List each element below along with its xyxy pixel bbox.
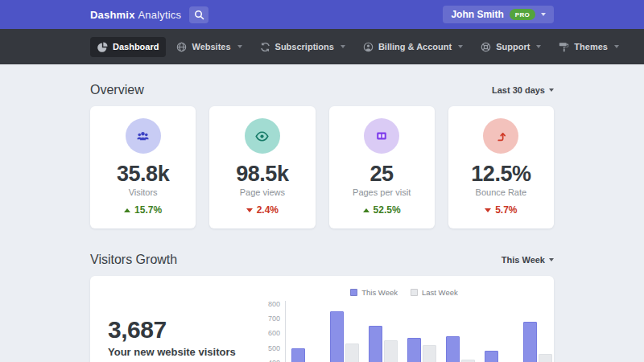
user-menu-button[interactable]: John Smith PRO: [443, 6, 554, 23]
stat-icon-circle: [245, 118, 280, 154]
nav-item-themes[interactable]: Themes: [551, 37, 626, 57]
eye-icon: [255, 130, 269, 143]
nav-item-support[interactable]: Support: [473, 37, 548, 57]
stat-delta-value: 5.7%: [495, 204, 517, 216]
book-open-icon: [375, 130, 388, 142]
stat-delta-value: 2.4%: [257, 204, 279, 216]
stat-icon-circle: [483, 118, 518, 154]
y-tick-label: 400: [268, 359, 280, 362]
stat-card-visitors: 35.8kVisitors15.7%: [90, 106, 196, 228]
stat-delta: 15.7%: [97, 204, 189, 216]
search-icon: [194, 10, 204, 20]
legend-swatch: [411, 289, 418, 296]
stat-value: 35.8k: [97, 162, 189, 187]
brand-bold: Dashmix: [90, 9, 135, 21]
nav-item-subscriptions[interactable]: Subscriptions: [253, 37, 353, 57]
visitors-growth-card: 3,687 Your new website visitors This Wee…: [90, 276, 554, 362]
stat-value: 25: [336, 162, 428, 187]
chevron-down-icon: [614, 45, 619, 48]
chevron-down-icon: [237, 45, 242, 48]
y-tick-label: 500: [268, 344, 280, 352]
legend-swatch: [350, 289, 357, 296]
themes-label: Themes: [574, 42, 608, 51]
life-ring-icon: [481, 42, 491, 52]
stat-label: Bounce Rate: [455, 187, 547, 197]
growth-title: Visitors Growth: [90, 253, 177, 267]
chevron-down-icon: [341, 45, 345, 48]
stat-label: Pages per visit: [336, 187, 428, 197]
overview-title: Overview: [90, 83, 144, 97]
legend-label: This Week: [361, 288, 398, 297]
trend-down-icon: [246, 208, 253, 212]
bar-last-week: [539, 354, 552, 362]
y-tick-label: 600: [268, 329, 280, 337]
chevron-down-icon: [458, 45, 463, 48]
stat-value: 98.5k: [216, 162, 308, 187]
stat-label: Page views: [216, 187, 308, 197]
chart-legend: This WeekLast Week: [261, 288, 547, 297]
brand-light: Analytics: [138, 9, 181, 21]
stat-delta: 52.5%: [336, 204, 428, 216]
chevron-down-icon: [541, 13, 546, 16]
stat-delta: 2.4%: [216, 204, 308, 216]
nav-item-label: Billing & Account: [378, 42, 452, 51]
globe-icon: [176, 42, 187, 52]
main-nav: DashboardWebsitesSubscriptionsBilling & …: [0, 29, 644, 64]
trend-down-icon: [485, 208, 491, 212]
bar-this-week: [369, 326, 382, 362]
bar-last-week: [345, 343, 359, 362]
nav-item-label: Websites: [192, 42, 230, 51]
header-bar: Dashmix Analytics John Smith PRO: [0, 0, 644, 29]
paint-roller-icon: [559, 42, 569, 52]
bar-chart: This WeekLast Week 800700600500400: [261, 276, 554, 362]
overview-range-dropdown[interactable]: Last 30 days: [492, 85, 554, 95]
chevron-down-icon: [536, 45, 541, 48]
bar-this-week: [446, 336, 460, 362]
y-tick-label: 700: [268, 315, 280, 323]
y-axis-labels: 800700600500400: [261, 301, 280, 362]
y-tick-label: 800: [268, 300, 280, 308]
nav-item-dashboard[interactable]: Dashboard: [90, 37, 166, 57]
stat-card-bounce-rate: 12.5%Bounce Rate5.7%: [448, 106, 554, 228]
user-name: John Smith: [451, 9, 503, 20]
legend-label: Last Week: [422, 288, 458, 297]
level-up-icon: [495, 130, 507, 142]
pro-badge: PRO: [510, 9, 535, 20]
pie-chart-icon: [97, 42, 108, 52]
nav-item-websites[interactable]: Websites: [169, 37, 249, 57]
bar-plot: [285, 301, 547, 362]
users-icon: [136, 130, 150, 143]
overview-range-label: Last 30 days: [492, 85, 545, 95]
bar-this-week: [330, 311, 344, 362]
bar-this-week: [291, 348, 305, 362]
bar-last-week: [423, 345, 436, 362]
bar-this-week: [407, 338, 421, 362]
trend-up-icon: [363, 208, 369, 212]
stat-value: 12.5%: [455, 162, 547, 187]
bar-this-week: [523, 322, 537, 362]
nav-item-label: Dashboard: [113, 42, 159, 51]
chevron-down-icon: [549, 88, 554, 92]
stat-card-page-views: 98.5kPage views2.4%: [209, 106, 315, 228]
brand-logo[interactable]: Dashmix Analytics: [90, 9, 181, 21]
bar-this-week: [485, 351, 498, 362]
nav-item-label: Subscriptions: [275, 42, 334, 51]
legend-item-last-week: Last Week: [411, 288, 458, 297]
sync-icon: [260, 42, 270, 52]
stat-label: Visitors: [97, 187, 189, 197]
visitors-count: 3,687: [108, 316, 261, 343]
visitors-count-label: Your new website visitors: [108, 346, 261, 358]
trend-up-icon: [124, 208, 130, 212]
stat-delta-value: 15.7%: [134, 204, 162, 216]
stat-card-pages-per-visit: 25Pages per visit52.5%: [329, 106, 435, 228]
stat-delta: 5.7%: [455, 204, 547, 216]
user-circle-icon: [363, 42, 374, 52]
growth-range-dropdown[interactable]: This Week: [502, 255, 554, 265]
search-button[interactable]: [189, 6, 208, 23]
legend-item-this-week: This Week: [350, 288, 398, 297]
stat-delta-value: 52.5%: [374, 204, 401, 216]
stat-icon-circle: [364, 118, 399, 154]
growth-range-label: This Week: [502, 255, 545, 265]
chevron-down-icon: [549, 258, 554, 261]
nav-item-billing-account[interactable]: Billing & Account: [356, 37, 470, 57]
